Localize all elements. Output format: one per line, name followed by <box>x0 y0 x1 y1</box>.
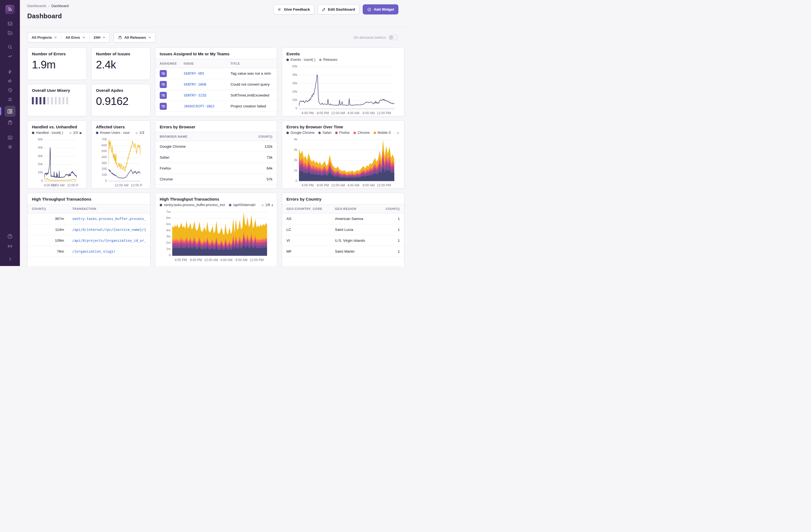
x-axis-label: 12:00 AM <box>51 183 65 187</box>
environment-filter[interactable]: All Envs <box>61 32 89 42</box>
legend-item[interactable]: Firefox <box>335 131 350 135</box>
legend-item[interactable]: Handled : count( ) <box>32 131 63 135</box>
assignee-avatar[interactable]: TE <box>160 92 167 99</box>
filter-bar: All Projects All Envs 24H All Releases <box>27 32 398 43</box>
sidebar-item-issues[interactable] <box>5 20 15 28</box>
releases-filter[interactable]: All Releases <box>114 32 155 42</box>
table-cell: Tag value was not a strin <box>231 72 273 76</box>
project-filter[interactable]: All Projects <box>28 32 61 42</box>
legend-dot <box>319 59 322 61</box>
time-range-filter[interactable]: 24H <box>89 32 110 42</box>
legend-label: /api/0/internal/r <box>233 203 256 207</box>
breadcrumb-dashboards[interactable]: Dashboards <box>27 4 46 8</box>
legend-item[interactable]: /api/0/internal/r <box>229 203 256 207</box>
sidebar-item-settings[interactable] <box>5 143 15 151</box>
table-cell: 1 <box>381 249 400 254</box>
x-axis-label: 8:00 PM <box>190 258 202 262</box>
table-row: 114m/api/0/internal/rpc/{service_name}/{… <box>28 224 150 235</box>
y-axis-label: 1k <box>289 169 297 172</box>
legend-item[interactable]: Known Users : cour <box>96 131 130 135</box>
widget-issues-assigned: Issues Assigned to Me or My Teams ASSIGN… <box>155 47 277 116</box>
table-link[interactable]: SENTRY-16H8 <box>184 82 206 87</box>
table-cell: Mobile Safari <box>160 188 248 188</box>
column-header[interactable]: GEO.REGION <box>335 207 381 210</box>
column-header[interactable]: TITLE <box>231 62 273 65</box>
sidebar-item-help[interactable] <box>5 232 15 240</box>
column-header[interactable]: ASSIGNEE <box>160 62 184 65</box>
sidebar-item-explore[interactable] <box>5 52 15 61</box>
column-header[interactable]: ISSUE <box>184 62 231 65</box>
legend-item[interactable]: Chrome <box>353 131 369 135</box>
sidebar-item-releases[interactable] <box>5 118 15 126</box>
table-cell: 1 <box>381 217 400 221</box>
chart-plot-area <box>108 137 140 181</box>
table-link[interactable]: /api/0/projects/{organization_id_or_slug… <box>72 239 146 243</box>
x-axis-label: 12:00 P <box>131 183 142 187</box>
sidebar-item-performance[interactable] <box>5 67 15 76</box>
sidebar-item-stats[interactable] <box>5 134 15 142</box>
column-header[interactable]: BROWSER.NAME <box>160 135 248 138</box>
table-cell: TE <box>160 70 184 77</box>
table-link[interactable]: SENTRY-VD5 <box>184 72 204 76</box>
sidebar-item-projects[interactable] <box>5 29 15 37</box>
pager-prev-icon[interactable]: ◀ <box>135 131 137 135</box>
pager-prev-icon[interactable]: ◀ <box>69 131 71 135</box>
legend-label: Safari <box>322 131 331 135</box>
legend-item[interactable]: sentry.tasks.process_buffer.process_incr <box>160 203 225 207</box>
on-demand-metrics-toggle[interactable] <box>388 35 398 40</box>
legend-item[interactable]: Releases <box>319 58 337 62</box>
column-header[interactable]: TRANSACTION <box>72 207 146 210</box>
assignee-avatar[interactable]: TE <box>160 103 167 110</box>
sidebar-collapse-toggle[interactable] <box>5 255 15 263</box>
legend-item[interactable]: Mobile S <box>373 131 391 135</box>
table-cell: U.S. Virgin Islands <box>335 239 381 243</box>
column-header[interactable]: COUNT() <box>248 135 273 138</box>
pager-next-icon[interactable]: ▶ <box>80 131 82 135</box>
table-link[interactable]: /api/0/internal/rpc/{service_name}/{meth… <box>72 228 146 232</box>
add-widget-button[interactable]: Add Widget <box>363 4 398 14</box>
sidebar-item-feedback[interactable] <box>5 77 15 85</box>
y-axis-label: 700 <box>99 138 107 141</box>
give-feedback-button[interactable]: Give Feedback <box>273 4 314 14</box>
table-cell: 1 <box>381 239 400 243</box>
table-cell: MF <box>287 249 335 254</box>
sidebar-item-dashboards[interactable] <box>5 106 16 117</box>
legend-dot <box>287 59 289 61</box>
legend-dot <box>229 204 231 206</box>
table-link[interactable]: SENTRY-32ZQ <box>184 93 206 97</box>
pager-prev-icon[interactable]: ◀ <box>261 203 263 207</box>
header-actions: Give Feedback Edit Dashboard Add Widget <box>273 4 398 14</box>
y-axis-label: 300 <box>99 161 107 165</box>
column-header[interactable]: GEO.COUNTRY_CODE <box>287 207 335 210</box>
column-header[interactable]: COUNT() <box>32 207 64 210</box>
edit-dashboard-button[interactable]: Edit Dashboard <box>318 4 359 14</box>
sidebar-item-search[interactable] <box>5 43 15 51</box>
y-axis-label: 10k <box>289 98 297 101</box>
table-link[interactable]: JAVASCRIPT-1BG2 <box>184 104 214 108</box>
sentry-logo[interactable] <box>5 5 15 14</box>
table-link[interactable]: sentry.tasks.process_buffer.process_incr <box>72 217 146 221</box>
gauge-bar-filled <box>43 97 45 104</box>
table-link[interactable]: /{organization_slug}/ <box>72 249 115 254</box>
legend-pager: ◀1/2▶ <box>395 131 400 135</box>
column-header[interactable]: COUNT() <box>381 207 400 210</box>
pager-page: 1/3 <box>73 131 78 135</box>
legend-item[interactable]: Google Chrome <box>287 131 315 135</box>
y-axis-label: 500 <box>99 149 107 153</box>
legend-item[interactable]: Safari <box>318 131 331 135</box>
widget-grid: Number of Errors 1.9m Overall User Miser… <box>20 43 406 266</box>
y-axis-label: 7m <box>163 210 171 213</box>
y-axis-label: 100 <box>99 173 107 176</box>
sidebar-item-replays[interactable] <box>5 86 15 94</box>
assignee-avatar[interactable]: TE <box>160 70 167 77</box>
pager-prev-icon[interactable]: ◀ <box>396 131 398 135</box>
legend-item[interactable]: Events : count( ) <box>287 58 315 62</box>
widget-title: Number of Errors <box>32 51 82 56</box>
sidebar-item-whats-new[interactable] <box>5 242 15 250</box>
x-axis-label: 8:00 PM <box>317 111 329 115</box>
pager-next-icon[interactable]: ▶ <box>272 203 273 207</box>
assignee-avatar[interactable]: TE <box>160 81 167 88</box>
legend-label: Known Users : cour <box>100 131 130 135</box>
sidebar-item-alerts[interactable] <box>5 95 15 104</box>
table-cell: Safari <box>160 155 248 159</box>
